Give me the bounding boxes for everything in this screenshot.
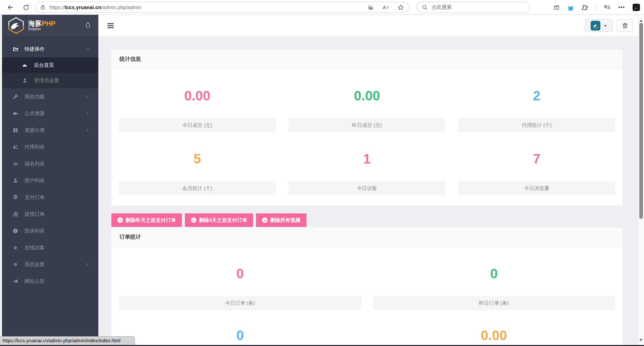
water-drop-icon[interactable] [85, 22, 91, 29]
trash-icon [622, 22, 628, 29]
scrollbar-thumb[interactable] [639, 23, 643, 219]
sidebar-item-label: 资源分类 [24, 127, 45, 134]
stat-label: 昨日成交 (元) [289, 118, 446, 132]
stats-card-header: 统计信息 [111, 50, 623, 69]
cat-extension-icon[interactable] [567, 4, 574, 11]
split-tabs-icon[interactable] [553, 4, 560, 11]
orders-card-header: 订单统计 [111, 228, 623, 247]
sidebar-item-label: 快捷操作 [24, 46, 45, 52]
tracking-prevention-icon[interactable] [368, 4, 374, 10]
stat-cell: 0.00 [373, 310, 615, 346]
browser-toolbar: https://lccs.yruanai.cn/admin.php/admin … [0, 0, 644, 15]
user-menu-button[interactable] [585, 19, 612, 32]
logo-title-accent: PHP [42, 20, 55, 27]
page-url: https://lccs.yruanai.cn/admin.php/admin [50, 4, 141, 10]
sidebar-item-withdrawal-orders[interactable]: 提现订单 [2, 206, 98, 223]
sidebar-item-label: 网站公告 [24, 278, 45, 285]
quick-actions-submenu: 后台首页 管理员设置 [2, 57, 98, 88]
dashboard-icon [21, 62, 28, 68]
sidebar-item-label: 公共资源 [24, 110, 45, 117]
sidebar-item-label: 在线访客 [24, 245, 45, 251]
favorite-star-icon[interactable] [398, 4, 404, 10]
sidebar-item-quick-actions[interactable]: 快捷操作 [2, 41, 98, 57]
sidebar-item-public-resources[interactable]: 公共资源 [2, 105, 98, 122]
status-bar-link: https://lccs.yruanai.cn/admin.php/admin/… [0, 336, 135, 345]
scrollbar[interactable] [638, 15, 644, 346]
sidebar-item-online-visitors[interactable]: e 在线访客 [2, 239, 98, 256]
chevron-left-icon [86, 111, 90, 115]
stat-label: 今日成交 (元) [119, 118, 276, 132]
lock-icon [40, 4, 46, 10]
sidebar-item-user-list[interactable]: 用户列表 [2, 172, 98, 189]
header-actions [585, 19, 633, 32]
button-label: 删除昨天之前支付订单 [126, 217, 176, 224]
orders-card-title: 订单统计 [119, 234, 141, 241]
trash-button[interactable] [617, 19, 633, 32]
browser-action-icons: ••• ← [553, 2, 640, 13]
main-area: 统计信息 0.00 今日成交 (元) 0.00 昨日成交 (元) 2 代理统计 … [98, 15, 638, 346]
sidebar-item-system-functions[interactable]: 系统功能 [2, 88, 98, 105]
sidebar-item-resource-categories[interactable]: 资源分类 [2, 122, 98, 139]
sidebar-item-label: 投诉列表 [24, 228, 45, 234]
stat-label: 今日浏览量 [458, 181, 615, 195]
sidebar-item-admin-settings[interactable]: 管理员设置 [2, 73, 98, 88]
plus-circle-icon: + [117, 217, 123, 223]
stat-cell: 0 [119, 310, 361, 346]
app-logo[interactable]: 海豚PHP Dolphin [2, 15, 98, 36]
screen: https://lccs.yruanai.cn/admin.php/admin … [0, 0, 644, 346]
user-icon [21, 78, 28, 83]
copilot-sidebar-icon[interactable]: ← [633, 4, 640, 11]
extensions-puzzle-icon[interactable] [582, 4, 588, 11]
svg-text:A: A [383, 5, 386, 10]
sidebar-item-site-announcements[interactable]: 网站公告 [2, 273, 98, 290]
sidebar-item-system-settings[interactable]: 系统设置 [2, 256, 98, 273]
browser-refresh-button[interactable] [21, 2, 31, 12]
edge-icon: e [12, 244, 19, 251]
url-host: lccs.yruanai.cn [65, 4, 101, 10]
sidebar-item-domain-list[interactable]: in 域名列表 [2, 155, 98, 172]
favorites-bar-icon[interactable] [604, 4, 610, 10]
sidebar-item-label: 代理列表 [24, 144, 45, 150]
address-bar[interactable]: https://lccs.yruanai.cn/admin.php/admin … [35, 2, 409, 13]
sidebar-item-label: 提现订单 [24, 211, 45, 217]
sidebar-item-agent-list[interactable]: 代理列表 [2, 139, 98, 155]
read-aloud-icon[interactable]: A [383, 4, 389, 10]
stat-cell: 0 昨日订单 (条) [373, 247, 615, 310]
gear-icon [12, 262, 19, 267]
delete-pay-orders-before-3days-button[interactable]: + 删除3天之前支付订单 [185, 213, 253, 227]
sidebar-item-dashboard[interactable]: 后台首页 [2, 57, 98, 73]
stat-cell: 7 今日浏览量 [458, 132, 615, 195]
search-box[interactable]: 点此搜索 [416, 2, 530, 13]
stat-value: 1 [289, 148, 446, 169]
sidebar-item-label: 系统设置 [24, 261, 45, 268]
sidebar-item-label: 系统功能 [24, 94, 45, 100]
search-placeholder: 点此搜索 [432, 4, 452, 10]
stats-card-title: 统计信息 [119, 56, 141, 63]
stat-value: 0 [119, 325, 361, 346]
stat-value: 2 [458, 85, 615, 106]
sidebar-arrow-glyph: ← [633, 4, 640, 11]
delete-pay-orders-before-yesterday-button[interactable]: + 删除昨天之前支付订单 [111, 213, 182, 227]
stat-cell: 0 今日订单 (条) [119, 247, 361, 310]
sidebar-item-payment-orders[interactable]: 支付订单 [2, 189, 98, 206]
stat-cell: 2 代理统计 (个) [458, 69, 615, 132]
stats-grid: 0.00 今日成交 (元) 0.00 昨日成交 (元) 2 代理统计 (个) 5… [111, 69, 623, 205]
dolphin-hexagon-icon [7, 17, 25, 34]
avatar [591, 21, 600, 31]
orders-card: 订单统计 0 今日订单 (条) 0 昨日订单 (条) 0 0.00 [111, 228, 623, 346]
stat-label: 会员统计 (个) [119, 181, 276, 195]
sidebar-item-label: 域名列表 [24, 161, 45, 167]
delete-all-videos-button[interactable]: + 删除所有视频 [256, 213, 306, 227]
scroll-up-arrow-icon[interactable] [639, 18, 643, 22]
bank-icon [12, 211, 19, 217]
bullhorn-icon [12, 279, 19, 284]
more-menu-icon[interactable]: ••• [618, 4, 625, 10]
sidebar: 海豚PHP Dolphin 快捷操作 后台首页 [2, 15, 98, 346]
stat-value: 5 [119, 148, 276, 169]
browser-back-button[interactable] [5, 2, 15, 12]
sidebar-item-complaint-list[interactable]: 投诉列表 [2, 223, 98, 239]
scroll-down-arrow-icon[interactable] [639, 339, 643, 343]
url-path: /admin.php/admin [101, 4, 141, 10]
sidebar-toggle-button[interactable] [107, 23, 114, 29]
orders-grid: 0 今日订单 (条) 0 昨日订单 (条) 0 0.00 [111, 247, 623, 346]
